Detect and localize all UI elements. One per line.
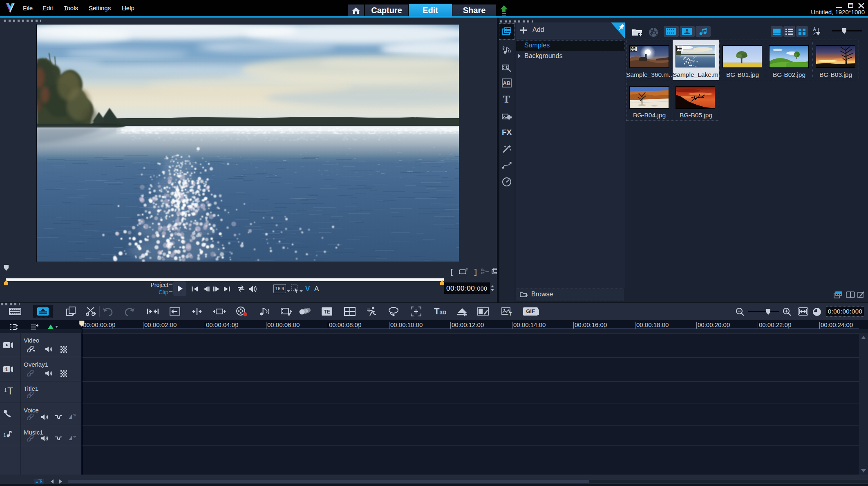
- svg-text:AB: AB: [503, 80, 511, 86]
- svg-text:1: 1: [5, 367, 8, 372]
- svg-text:A: A: [813, 27, 816, 31]
- svg-text:Z: Z: [813, 31, 816, 36]
- svg-text:T: T: [509, 312, 512, 316]
- svg-text:TE: TE: [324, 309, 330, 315]
